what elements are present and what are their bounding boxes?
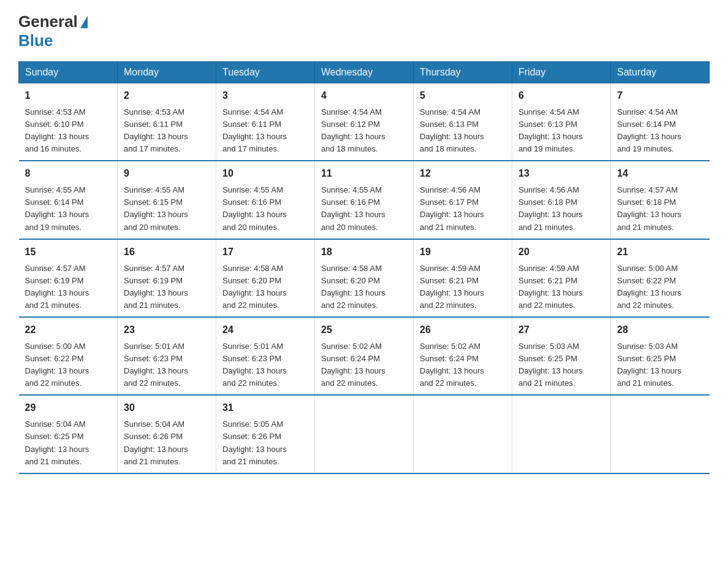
day-info: Sunrise: 4:55 AMSunset: 6:16 PMDaylight:… <box>321 185 385 231</box>
day-number: 10 <box>222 166 308 182</box>
calendar-cell: 5Sunrise: 4:54 AMSunset: 6:13 PMDaylight… <box>414 83 512 161</box>
day-info: Sunrise: 5:05 AMSunset: 6:26 PMDaylight:… <box>222 419 287 465</box>
column-header-wednesday: Wednesday <box>315 62 414 83</box>
day-info: Sunrise: 4:56 AMSunset: 6:17 PMDaylight:… <box>420 185 484 231</box>
calendar-cell: 4Sunrise: 4:54 AMSunset: 6:12 PMDaylight… <box>315 83 414 161</box>
day-info: Sunrise: 5:04 AMSunset: 6:25 PMDaylight:… <box>25 419 89 465</box>
day-number: 15 <box>25 245 112 260</box>
calendar-week-row: 8Sunrise: 4:55 AMSunset: 6:14 PMDaylight… <box>19 161 710 239</box>
page-header: General Blue <box>18 12 710 50</box>
calendar-cell: 3Sunrise: 4:54 AMSunset: 6:11 PMDaylight… <box>216 83 315 161</box>
column-header-thursday: Thursday <box>414 62 512 83</box>
calendar-table: SundayMondayTuesdayWednesdayThursdayFrid… <box>18 61 710 474</box>
day-number: 31 <box>222 400 308 416</box>
day-number: 29 <box>25 400 112 416</box>
calendar-cell: 2Sunrise: 4:53 AMSunset: 6:11 PMDaylight… <box>118 83 216 161</box>
calendar-week-row: 15Sunrise: 4:57 AMSunset: 6:19 PMDayligh… <box>19 239 710 317</box>
calendar-week-row: 22Sunrise: 5:00 AMSunset: 6:22 PMDayligh… <box>19 317 710 395</box>
day-number: 9 <box>124 166 210 182</box>
calendar-cell: 24Sunrise: 5:01 AMSunset: 6:23 PMDayligh… <box>216 317 315 395</box>
day-info: Sunrise: 4:54 AMSunset: 6:14 PMDaylight:… <box>617 107 681 153</box>
day-info: Sunrise: 5:03 AMSunset: 6:25 PMDaylight:… <box>518 342 583 388</box>
day-info: Sunrise: 4:59 AMSunset: 6:21 PMDaylight:… <box>518 264 583 310</box>
calendar-cell: 21Sunrise: 5:00 AMSunset: 6:22 PMDayligh… <box>611 239 710 317</box>
day-number: 2 <box>124 88 210 104</box>
calendar-cell: 9Sunrise: 4:55 AMSunset: 6:15 PMDaylight… <box>118 161 216 239</box>
calendar-week-row: 29Sunrise: 5:04 AMSunset: 6:25 PMDayligh… <box>19 395 710 473</box>
day-number: 13 <box>518 166 604 182</box>
calendar-cell: 22Sunrise: 5:00 AMSunset: 6:22 PMDayligh… <box>19 317 118 395</box>
calendar-cell: 20Sunrise: 4:59 AMSunset: 6:21 PMDayligh… <box>512 239 611 317</box>
calendar-cell <box>315 395 414 473</box>
day-info: Sunrise: 5:01 AMSunset: 6:23 PMDaylight:… <box>124 342 188 388</box>
logo-triangle-icon <box>80 16 88 28</box>
day-info: Sunrise: 4:57 AMSunset: 6:18 PMDaylight:… <box>617 185 681 231</box>
calendar-cell: 28Sunrise: 5:03 AMSunset: 6:25 PMDayligh… <box>611 317 710 395</box>
day-number: 20 <box>518 245 604 260</box>
day-info: Sunrise: 4:57 AMSunset: 6:19 PMDaylight:… <box>124 264 188 310</box>
day-info: Sunrise: 5:00 AMSunset: 6:22 PMDaylight:… <box>617 264 681 310</box>
calendar-cell: 16Sunrise: 4:57 AMSunset: 6:19 PMDayligh… <box>118 239 216 317</box>
day-number: 16 <box>124 245 210 260</box>
day-info: Sunrise: 4:54 AMSunset: 6:11 PMDaylight:… <box>222 107 287 153</box>
day-number: 27 <box>518 323 604 338</box>
calendar-cell: 23Sunrise: 5:01 AMSunset: 6:23 PMDayligh… <box>118 317 216 395</box>
calendar-cell: 19Sunrise: 4:59 AMSunset: 6:21 PMDayligh… <box>414 239 512 317</box>
day-info: Sunrise: 4:55 AMSunset: 6:15 PMDaylight:… <box>124 185 188 231</box>
calendar-cell: 30Sunrise: 5:04 AMSunset: 6:26 PMDayligh… <box>118 395 216 473</box>
calendar-cell: 8Sunrise: 4:55 AMSunset: 6:14 PMDaylight… <box>19 161 118 239</box>
column-header-friday: Friday <box>512 62 611 83</box>
day-number: 8 <box>25 166 112 182</box>
day-number: 19 <box>420 245 506 260</box>
logo: General Blue <box>18 12 89 50</box>
calendar-cell: 14Sunrise: 4:57 AMSunset: 6:18 PMDayligh… <box>611 161 710 239</box>
day-number: 4 <box>321 88 407 104</box>
calendar-cell: 29Sunrise: 5:04 AMSunset: 6:25 PMDayligh… <box>19 395 118 473</box>
calendar-cell <box>512 395 611 473</box>
calendar-cell: 10Sunrise: 4:55 AMSunset: 6:16 PMDayligh… <box>216 161 315 239</box>
day-info: Sunrise: 4:58 AMSunset: 6:20 PMDaylight:… <box>222 264 287 310</box>
calendar-cell: 18Sunrise: 4:58 AMSunset: 6:20 PMDayligh… <box>315 239 414 317</box>
calendar-cell: 7Sunrise: 4:54 AMSunset: 6:14 PMDaylight… <box>611 83 710 161</box>
day-info: Sunrise: 4:55 AMSunset: 6:16 PMDaylight:… <box>222 185 287 231</box>
calendar-cell: 27Sunrise: 5:03 AMSunset: 6:25 PMDayligh… <box>512 317 611 395</box>
day-info: Sunrise: 4:53 AMSunset: 6:11 PMDaylight:… <box>124 107 188 153</box>
day-info: Sunrise: 4:55 AMSunset: 6:14 PMDaylight:… <box>25 185 89 231</box>
logo-general: General <box>18 12 78 31</box>
day-number: 14 <box>617 166 703 182</box>
day-number: 30 <box>124 400 210 416</box>
calendar-week-row: 1Sunrise: 4:53 AMSunset: 6:10 PMDaylight… <box>19 83 710 161</box>
calendar-cell <box>414 395 512 473</box>
calendar-cell: 31Sunrise: 5:05 AMSunset: 6:26 PMDayligh… <box>216 395 315 473</box>
day-info: Sunrise: 5:00 AMSunset: 6:22 PMDaylight:… <box>25 342 89 388</box>
day-number: 18 <box>321 245 407 260</box>
logo-blue: Blue <box>18 31 53 50</box>
day-number: 22 <box>25 323 112 338</box>
day-info: Sunrise: 4:58 AMSunset: 6:20 PMDaylight:… <box>321 264 385 310</box>
day-number: 12 <box>420 166 506 182</box>
calendar-cell <box>611 395 710 473</box>
day-number: 3 <box>222 88 308 104</box>
day-info: Sunrise: 4:56 AMSunset: 6:18 PMDaylight:… <box>518 185 583 231</box>
day-info: Sunrise: 4:59 AMSunset: 6:21 PMDaylight:… <box>420 264 484 310</box>
day-info: Sunrise: 4:54 AMSunset: 6:13 PMDaylight:… <box>420 107 484 153</box>
day-number: 24 <box>222 323 308 338</box>
day-info: Sunrise: 4:53 AMSunset: 6:10 PMDaylight:… <box>25 107 89 153</box>
day-number: 1 <box>25 88 112 104</box>
day-info: Sunrise: 5:01 AMSunset: 6:23 PMDaylight:… <box>222 342 287 388</box>
day-info: Sunrise: 5:04 AMSunset: 6:26 PMDaylight:… <box>124 419 188 465</box>
day-number: 25 <box>321 323 407 338</box>
day-number: 21 <box>617 245 703 260</box>
day-number: 28 <box>617 323 703 338</box>
calendar-cell: 17Sunrise: 4:58 AMSunset: 6:20 PMDayligh… <box>216 239 315 317</box>
day-info: Sunrise: 5:02 AMSunset: 6:24 PMDaylight:… <box>420 342 484 388</box>
column-header-sunday: Sunday <box>19 62 118 83</box>
calendar-cell: 25Sunrise: 5:02 AMSunset: 6:24 PMDayligh… <box>315 317 414 395</box>
day-info: Sunrise: 4:57 AMSunset: 6:19 PMDaylight:… <box>25 264 89 310</box>
column-header-monday: Monday <box>118 62 216 83</box>
column-header-tuesday: Tuesday <box>216 62 315 83</box>
day-number: 23 <box>124 323 210 338</box>
calendar-cell: 13Sunrise: 4:56 AMSunset: 6:18 PMDayligh… <box>512 161 611 239</box>
day-number: 17 <box>222 245 308 260</box>
day-info: Sunrise: 4:54 AMSunset: 6:13 PMDaylight:… <box>518 107 583 153</box>
